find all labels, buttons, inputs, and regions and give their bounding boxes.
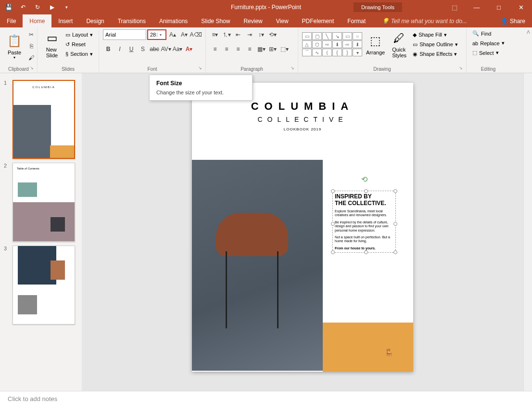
font-name-input[interactable]	[103, 29, 146, 40]
vertical-scrollbar[interactable]	[523, 73, 532, 391]
tab-format[interactable]: Format	[341, 14, 372, 27]
new-slide-button[interactable]: ▭ New Slide	[41, 29, 63, 59]
clipboard-launcher-icon[interactable]: ↘	[30, 65, 36, 71]
replace-label: Replace	[480, 40, 499, 46]
accent-block[interactable]: 🪑	[323, 323, 413, 372]
drawing-launcher-icon[interactable]: ↘	[459, 65, 465, 71]
copy-icon[interactable]: ⎘	[26, 41, 37, 52]
resize-handle[interactable]	[331, 189, 335, 193]
font-size-input[interactable]: 28 ▾	[147, 29, 166, 40]
thumbnail-slide-3[interactable]	[13, 246, 75, 324]
decrease-indent-icon[interactable]: ⇤	[233, 29, 243, 40]
tab-pdfelement[interactable]: PDFelement	[295, 14, 341, 27]
thumbnail-slide-1[interactable]: COLUMBIA	[13, 80, 75, 159]
strikethrough-icon[interactable]: abc	[149, 44, 160, 54]
paste-button[interactable]: 📋 Paste ▾	[4, 32, 25, 61]
resize-handle[interactable]	[331, 250, 335, 254]
close-button[interactable]: ✕	[510, 0, 532, 14]
text-direction-icon[interactable]: ⟲▾	[267, 29, 278, 40]
arrange-button[interactable]: ⬚ Arrange	[363, 32, 388, 56]
tab-home[interactable]: Home	[23, 14, 51, 27]
selected-textbox[interactable]: ⟲ INSPIRED BY THE COLLECTIVE. Explore Sc…	[332, 191, 396, 253]
align-center-icon[interactable]: ≡	[221, 44, 232, 54]
decrease-font-icon[interactable]: A▾	[179, 29, 190, 40]
align-text-icon[interactable]: ⊞▾	[267, 44, 278, 54]
justify-icon[interactable]: ≡	[244, 44, 255, 54]
bold-icon[interactable]: B	[103, 44, 114, 54]
ribbon: 📋 Paste ▾ ✂ ⎘ 🖌 Clipboard ↘ ▭ New Slide …	[0, 27, 532, 73]
tab-review[interactable]: Review	[237, 14, 269, 27]
align-left-icon[interactable]: ≡	[210, 44, 220, 54]
line-spacing-icon[interactable]: ↕▾	[256, 29, 266, 40]
find-button[interactable]: 🔍 Find	[470, 29, 506, 38]
resize-handle[interactable]	[393, 222, 397, 226]
qat-customize-icon[interactable]: ▾	[63, 3, 70, 11]
tab-animations[interactable]: Animations	[152, 14, 194, 27]
select-button[interactable]: ⬚ Select ▾	[470, 49, 506, 57]
resize-handle[interactable]	[364, 189, 368, 193]
minimize-button[interactable]: —	[466, 0, 488, 14]
tab-design[interactable]: Design	[79, 14, 111, 27]
italic-icon[interactable]: I	[114, 44, 125, 54]
shape-fill-button[interactable]: ◆ Shape Fill ▾	[411, 31, 460, 39]
increase-font-icon[interactable]: A▴	[167, 29, 178, 40]
textbox-para4: From our house to yours.	[335, 246, 393, 250]
columns-icon[interactable]: ▦▾	[256, 44, 266, 54]
font-color-icon[interactable]: A▾	[184, 44, 194, 54]
char-spacing-icon[interactable]: AV▾	[161, 44, 171, 54]
section-button[interactable]: § Section ▾	[63, 50, 95, 58]
paragraph-launcher-icon[interactable]: ↘	[291, 65, 296, 71]
share-label: Share	[510, 18, 525, 25]
bullets-icon[interactable]: ≡▾	[210, 29, 220, 40]
slide-lookbook-text[interactable]: LOOKBOOK 2019	[192, 127, 413, 131]
tooltip-desc: Change the size of your text.	[156, 90, 245, 95]
format-painter-icon[interactable]: 🖌	[26, 52, 37, 63]
increase-indent-icon[interactable]: ⇥	[244, 29, 255, 40]
font-launcher-icon[interactable]: ↘	[198, 65, 204, 71]
reset-button[interactable]: ↺ Reset	[63, 40, 95, 49]
replace-button[interactable]: ab Replace ▾	[470, 39, 506, 47]
font-size-dropdown-icon[interactable]: ▾	[157, 33, 164, 37]
quick-styles-label: Quick Styles	[392, 47, 406, 58]
maximize-button[interactable]: □	[488, 0, 510, 14]
tab-file[interactable]: File	[0, 14, 23, 27]
share-button[interactable]: 👤 Share	[494, 18, 532, 25]
tab-slideshow[interactable]: Slide Show	[194, 14, 237, 27]
numbering-icon[interactable]: ⒈▾	[221, 29, 232, 40]
slide-main-image[interactable]	[192, 160, 323, 371]
slide-canvas[interactable]: COLUMBIA COLLECTIVE LOOKBOOK 2019 🪑 ⟲	[192, 83, 413, 372]
resize-handle[interactable]	[393, 189, 397, 193]
tab-view[interactable]: View	[269, 14, 295, 27]
tab-insert[interactable]: Insert	[51, 14, 79, 27]
quick-styles-button[interactable]: 🖊 Quick Styles	[389, 29, 410, 59]
cut-icon[interactable]: ✂	[26, 29, 37, 40]
notes-pane[interactable]: Click to add notes	[0, 391, 532, 402]
tab-transitions[interactable]: Transitions	[111, 14, 152, 27]
align-right-icon[interactable]: ≡	[233, 44, 243, 54]
shape-outline-button[interactable]: ▭ Shape Outline ▾	[411, 40, 460, 49]
resize-handle[interactable]	[393, 250, 397, 254]
redo-icon[interactable]: ↻	[34, 3, 41, 11]
reset-label: Reset	[72, 41, 86, 47]
thumbnail-slide-2[interactable]: Table of Contents	[13, 163, 75, 242]
resize-handle[interactable]	[364, 250, 368, 254]
layout-button[interactable]: ▭ Layout ▾	[63, 31, 95, 39]
textbox-para3: Not a space built on perfection. But a h…	[335, 235, 393, 244]
collapse-ribbon-icon[interactable]: ᐱ	[527, 29, 530, 35]
underline-icon[interactable]: U	[126, 44, 137, 54]
save-icon[interactable]: 💾	[5, 3, 13, 11]
shadow-icon[interactable]: S	[138, 44, 148, 54]
shape-effects-button[interactable]: ◉ Shape Effects ▾	[411, 50, 460, 58]
ribbon-display-icon[interactable]: ⬚	[443, 0, 466, 14]
start-from-beginning-icon[interactable]: ▶	[48, 3, 56, 11]
smartart-icon[interactable]: ⬚▾	[279, 44, 290, 54]
tell-me-input[interactable]: 💡 Tell me what you want to do...	[372, 18, 494, 25]
slide-editor[interactable]: COLUMBIA COLLECTIVE LOOKBOOK 2019 🪑 ⟲	[82, 73, 523, 391]
shapes-gallery[interactable]: ▭▢╲↘▭○ △⬡⇨⬇⇨⬇ ⌒∿⟨{}▾	[302, 32, 362, 56]
slide-subtitle-text[interactable]: COLLECTIVE	[192, 116, 413, 123]
resize-handle[interactable]	[331, 222, 335, 226]
clear-formatting-icon[interactable]: A⌫	[190, 29, 201, 40]
undo-icon[interactable]: ↶	[19, 3, 27, 11]
change-case-icon[interactable]: Aa▾	[172, 44, 183, 54]
rotate-handle-icon[interactable]: ⟲	[361, 175, 367, 184]
